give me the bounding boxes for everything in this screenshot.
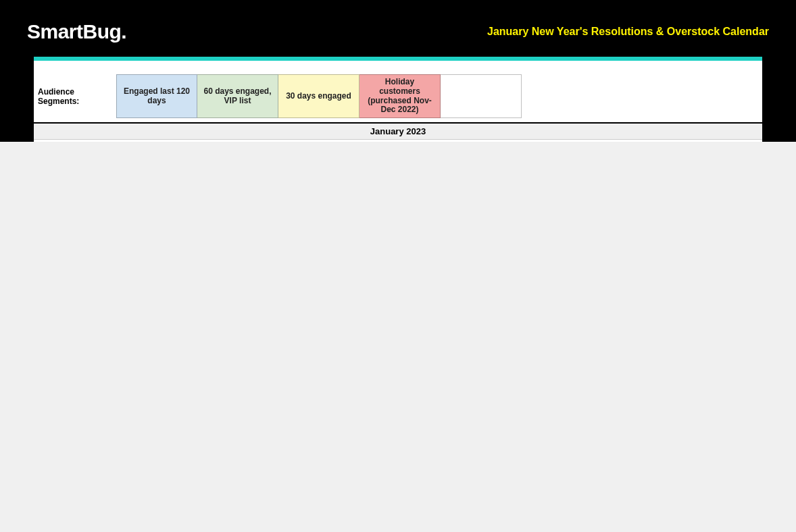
col-header-day-0: Monday	[172, 140, 256, 142]
audience-segment-1: 60 days engaged, VIP list	[197, 74, 278, 118]
audience-segments-label: Audience Segments:	[38, 74, 116, 118]
col-header-day-3: Thursday	[424, 140, 509, 142]
month-header: January 2023	[34, 122, 762, 140]
col-header-day-6: Sunday	[678, 140, 762, 142]
col-header-day-2: Wednesday	[341, 140, 425, 142]
page-title: January New Year's Resolutions & Oversto…	[487, 26, 769, 38]
col-header-channel: Channel	[115, 140, 172, 142]
audience-segment-2: 30 days engaged	[278, 74, 359, 118]
calendar-sheet: Audience Segments: Engaged last 120 days…	[34, 57, 762, 142]
col-header-day-5: Saturday	[593, 140, 678, 142]
audience-segments-row: Audience Segments: Engaged last 120 days…	[34, 61, 762, 118]
col-header-day-1: Tuesday	[256, 140, 341, 142]
calendar-table: Week Channel MondayTuesdayWednesdayThurs…	[34, 140, 762, 142]
logo: SmartBug.	[27, 20, 126, 43]
audience-segment-3: Holiday customers (purchased Nov-Dec 202…	[359, 74, 441, 118]
audience-segment-0: Engaged last 120 days	[116, 74, 197, 118]
col-header-week: Week	[34, 140, 115, 142]
audience-segment-4	[441, 74, 522, 118]
col-header-day-4: Friday	[509, 140, 593, 142]
